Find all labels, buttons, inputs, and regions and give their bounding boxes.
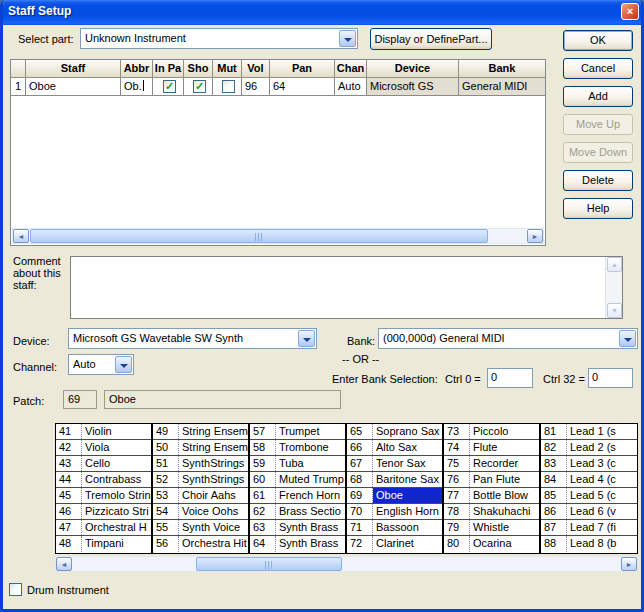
patch-name[interactable]: Whistle — [470, 520, 539, 535]
comment-textarea[interactable]: ▲ ▼ — [70, 256, 623, 319]
patch-grid-hscrollbar[interactable]: ◄ ► — [55, 556, 638, 572]
patch-name[interactable]: Synth Brass — [276, 520, 345, 535]
chevron-down-icon[interactable] — [619, 330, 636, 347]
scroll-right-icon[interactable]: ► — [527, 229, 543, 243]
patch-number[interactable]: 62 — [250, 504, 276, 519]
patch-number[interactable]: 49 — [153, 424, 179, 439]
patch-name[interactable]: Voice Oohs — [179, 504, 248, 519]
patch-name[interactable]: SynthStrings — [179, 472, 248, 487]
show-checkbox[interactable]: ✓ — [193, 80, 206, 93]
patch-name[interactable]: Ocarina — [470, 536, 539, 552]
patch-number[interactable]: 52 — [153, 472, 179, 487]
patch-name[interactable]: Shakuhachi — [470, 504, 539, 519]
patch-number[interactable]: 56 — [153, 536, 179, 552]
patch-number[interactable]: 43 — [56, 456, 82, 471]
bank-cell[interactable]: General MIDI — [459, 78, 545, 96]
patch-name[interactable]: Soprano Sax — [373, 424, 442, 439]
chevron-down-icon[interactable] — [115, 356, 132, 373]
scrollbar-thumb[interactable] — [196, 557, 342, 571]
patch-name[interactable]: Brass Sectio — [276, 504, 345, 519]
patch-name[interactable]: English Horn — [373, 504, 442, 519]
patch-name[interactable]: SynthStrings — [179, 456, 248, 471]
staff-table-hscrollbar[interactable]: ◄ ► — [12, 228, 544, 244]
patch-name[interactable]: Synth Brass — [276, 536, 345, 552]
patch-name[interactable]: Tremolo Strin — [82, 488, 151, 503]
vol-cell[interactable]: 96 — [242, 78, 270, 96]
scroll-down-icon[interactable]: ▼ — [607, 303, 622, 318]
patch-name[interactable]: Clarinet — [373, 536, 442, 552]
patch-number[interactable]: 65 — [347, 424, 373, 439]
patch-number[interactable]: 45 — [56, 488, 82, 503]
patch-name[interactable]: Lead 5 (c — [567, 488, 638, 503]
patch-number[interactable]: 54 — [153, 504, 179, 519]
patch-number[interactable]: 70 — [347, 504, 373, 519]
title-bar[interactable]: Staff Setup × — [0, 0, 644, 25]
patch-number[interactable]: 85 — [541, 488, 567, 503]
patch-number[interactable]: 77 — [444, 488, 470, 503]
patch-number[interactable]: 61 — [250, 488, 276, 503]
abbr-cell[interactable]: Ob. — [121, 78, 153, 96]
pan-cell[interactable]: 64 — [270, 78, 335, 96]
patch-name[interactable]: Bottle Blow — [470, 488, 539, 503]
patch-name[interactable]: Alto Sax — [373, 440, 442, 455]
patch-number[interactable]: 80 — [444, 536, 470, 552]
patch-name[interactable]: Piccolo — [470, 424, 539, 439]
ctrl0-input[interactable]: 0 — [487, 368, 533, 388]
patch-number[interactable]: 76 — [444, 472, 470, 487]
patch-number[interactable]: 51 — [153, 456, 179, 471]
patch-number[interactable]: 50 — [153, 440, 179, 455]
patch-name[interactable]: Baritone Sax — [373, 472, 442, 487]
patch-name[interactable]: String Ensem — [179, 440, 248, 455]
patch-number[interactable]: 46 — [56, 504, 82, 519]
patch-name[interactable]: Trumpet — [276, 424, 345, 439]
patch-number[interactable]: 60 — [250, 472, 276, 487]
patch-name[interactable]: Pizzicato Stri — [82, 504, 151, 519]
staff-cell[interactable]: Oboe — [26, 78, 121, 96]
patch-name[interactable]: Lead 1 (s — [567, 424, 638, 439]
patch-number[interactable]: 71 — [347, 520, 373, 535]
patch-name[interactable]: Viola — [82, 440, 151, 455]
patch-name[interactable]: Violin — [82, 424, 151, 439]
patch-number[interactable]: 75 — [444, 456, 470, 471]
patch-number[interactable]: 47 — [56, 520, 82, 535]
comment-vscrollbar[interactable]: ▲ ▼ — [605, 257, 622, 318]
ok-button[interactable]: OK — [563, 30, 633, 51]
patch-name[interactable]: Lead 3 (c — [567, 456, 638, 471]
add-button[interactable]: Add — [563, 86, 633, 107]
patch-name[interactable]: String Ensem — [179, 424, 248, 439]
channel-combobox[interactable]: Auto — [68, 354, 134, 375]
patch-name[interactable]: Flute — [470, 440, 539, 455]
chevron-down-icon[interactable] — [339, 30, 356, 47]
patch-number[interactable]: 88 — [541, 536, 567, 552]
patch-number[interactable]: 72 — [347, 536, 373, 552]
patch-number[interactable]: 58 — [250, 440, 276, 455]
help-button[interactable]: Help — [563, 198, 633, 219]
patch-name[interactable]: Synth Voice — [179, 520, 248, 535]
row-number-cell[interactable]: 1 — [11, 78, 26, 96]
drum-instrument-checkbox[interactable] — [9, 583, 22, 596]
scroll-left-icon[interactable]: ◄ — [13, 229, 29, 243]
scroll-up-icon[interactable]: ▲ — [607, 257, 622, 272]
bank-combobox[interactable]: (000,000d) General MIDI — [378, 328, 638, 349]
patch-number[interactable]: 63 — [250, 520, 276, 535]
patch-number[interactable]: 53 — [153, 488, 179, 503]
patch-name[interactable]: Lead 8 (b — [567, 536, 638, 552]
device-cell[interactable]: Microsoft GS — [367, 78, 459, 96]
patch-number[interactable]: 67 — [347, 456, 373, 471]
in-part-checkbox[interactable]: ✓ — [163, 80, 176, 93]
patch-number[interactable]: 81 — [541, 424, 567, 439]
ctrl32-input[interactable]: 0 — [588, 368, 633, 388]
patch-name[interactable]: Orchestra Hit — [179, 536, 248, 552]
scrollbar-thumb[interactable] — [30, 229, 488, 243]
delete-button[interactable]: Delete — [563, 170, 633, 191]
patch-name[interactable]: Timpani — [82, 536, 151, 552]
patch-number[interactable]: 41 — [56, 424, 82, 439]
patch-name[interactable]: Lead 2 (s — [567, 440, 638, 455]
patch-name[interactable]: Tenor Sax — [373, 456, 442, 471]
patch-number[interactable]: 87 — [541, 520, 567, 535]
mute-checkbox[interactable] — [222, 80, 235, 93]
patch-number[interactable]: 86 — [541, 504, 567, 519]
patch-name[interactable]: Tuba — [276, 456, 345, 471]
patch-name[interactable]: Muted Trump — [276, 472, 345, 487]
patch-number[interactable]: 64 — [250, 536, 276, 552]
